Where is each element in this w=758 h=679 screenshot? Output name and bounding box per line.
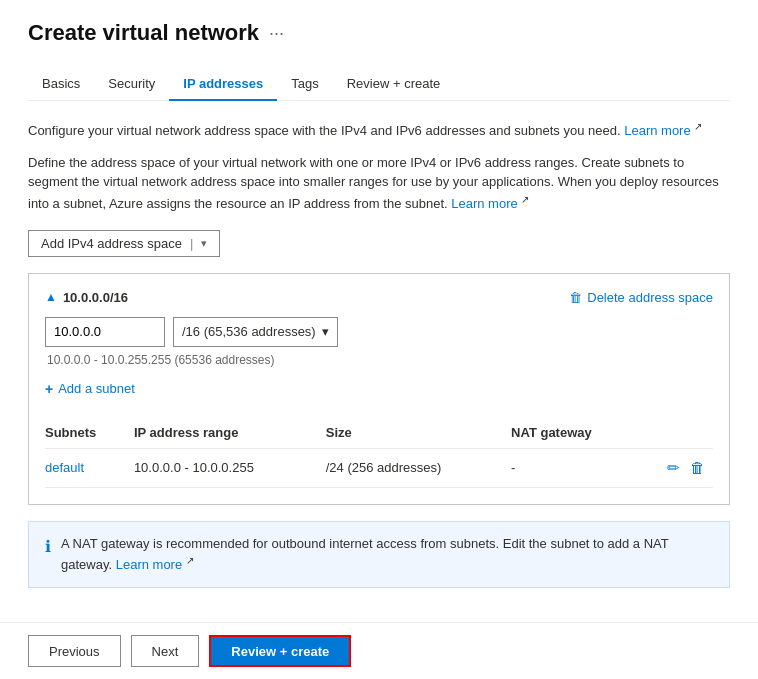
- ip-range-hint: 10.0.0.0 - 10.0.255.255 (65536 addresses…: [45, 353, 713, 367]
- address-space-card: ▲ 10.0.0.0/16 🗑 Delete address space /16…: [28, 273, 730, 505]
- chevron-down-icon: ▾: [201, 237, 207, 250]
- col-subnets: Subnets: [45, 417, 134, 449]
- subnet-ip-range: 10.0.0.0 - 10.0.0.255: [134, 448, 326, 487]
- subnet-table: Subnets IP address range Size NAT gatewa…: [45, 417, 713, 488]
- external-link-icon-3: ↗: [186, 555, 194, 566]
- delete-address-space-button[interactable]: 🗑 Delete address space: [569, 290, 713, 305]
- tab-review-create[interactable]: Review + create: [333, 68, 455, 101]
- add-ipv4-label: Add IPv4 address space: [41, 236, 182, 251]
- plus-icon: +: [45, 381, 53, 397]
- add-ipv4-button[interactable]: Add IPv4 address space | ▾: [28, 230, 220, 257]
- learn-more-link-3[interactable]: Learn more: [116, 557, 182, 572]
- bottom-bar: Previous Next Review + create: [0, 622, 758, 679]
- external-link-icon-2: ↗: [521, 194, 529, 205]
- subnet-size: /24 (256 addresses): [326, 448, 511, 487]
- page-title: Create virtual network: [28, 20, 259, 46]
- add-subnet-button[interactable]: + Add a subnet: [45, 377, 135, 401]
- description-line2: Define the address space of your virtual…: [28, 153, 730, 214]
- col-nat-gateway: NAT gateway: [511, 417, 644, 449]
- tab-security[interactable]: Security: [94, 68, 169, 101]
- cidr-dropdown[interactable]: /16 (65,536 addresses) ▾: [173, 317, 338, 347]
- info-bar-text: A NAT gateway is recommended for outboun…: [61, 534, 713, 575]
- address-cidr-label: ▲ 10.0.0.0/16: [45, 290, 128, 305]
- learn-more-link-2[interactable]: Learn more: [451, 196, 517, 211]
- ip-address-input[interactable]: [45, 317, 165, 347]
- tab-ip-addresses[interactable]: IP addresses: [169, 68, 277, 101]
- subnet-name-link[interactable]: default: [45, 460, 84, 475]
- col-actions: [644, 417, 713, 449]
- row-actions: ✏ 🗑: [644, 459, 705, 477]
- tab-tags[interactable]: Tags: [277, 68, 332, 101]
- col-size: Size: [326, 417, 511, 449]
- description-line1: Configure your virtual network address s…: [28, 119, 730, 141]
- trash-icon: 🗑: [569, 290, 582, 305]
- external-link-icon-1: ↗: [694, 121, 702, 132]
- table-row: default 10.0.0.0 - 10.0.0.255 /24 (256 a…: [45, 448, 713, 487]
- chevron-up-icon[interactable]: ▲: [45, 290, 57, 304]
- divider-bar: |: [190, 236, 193, 251]
- tab-bar: Basics Security IP addresses Tags Review…: [28, 68, 730, 101]
- ip-input-row: /16 (65,536 addresses) ▾: [45, 317, 713, 347]
- delete-icon[interactable]: 🗑: [690, 459, 705, 477]
- review-create-button[interactable]: Review + create: [209, 635, 351, 667]
- subnet-nat-gateway: -: [511, 448, 644, 487]
- cidr-chevron-icon: ▾: [322, 324, 329, 339]
- address-header: ▲ 10.0.0.0/16 🗑 Delete address space: [45, 290, 713, 305]
- learn-more-link-1[interactable]: Learn more: [624, 123, 690, 138]
- next-button[interactable]: Next: [131, 635, 200, 667]
- previous-button[interactable]: Previous: [28, 635, 121, 667]
- edit-icon[interactable]: ✏: [667, 459, 680, 477]
- tab-basics[interactable]: Basics: [28, 68, 94, 101]
- col-ip-range: IP address range: [134, 417, 326, 449]
- info-bar: ℹ A NAT gateway is recommended for outbo…: [28, 521, 730, 588]
- info-icon: ℹ: [45, 535, 51, 559]
- more-options-icon[interactable]: ···: [269, 23, 284, 44]
